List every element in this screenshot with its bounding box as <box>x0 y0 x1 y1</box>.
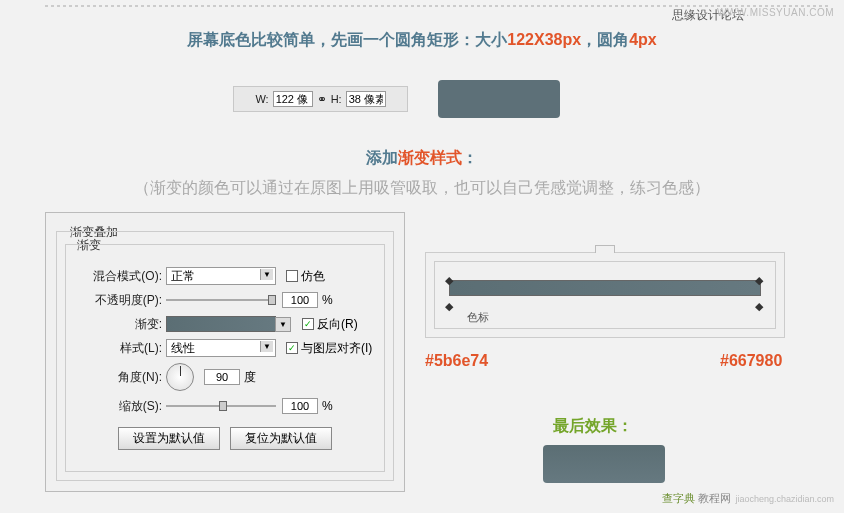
reverse-label: 反向(R) <box>317 316 358 333</box>
gradient-editor-panel: 色标 <box>425 252 785 338</box>
width-input[interactable] <box>273 91 313 107</box>
instr1-part2: ，圆角 <box>581 31 629 48</box>
scale-input[interactable] <box>282 398 318 414</box>
h-label: H: <box>331 93 342 105</box>
opacity-stop-left[interactable] <box>445 270 455 280</box>
opacity-input[interactable] <box>282 292 318 308</box>
final-rect <box>543 445 665 483</box>
w-label: W: <box>255 93 268 105</box>
button-row: 设置为默认值 复位为默认值 <box>76 419 374 450</box>
se-label: 色标 <box>467 310 489 325</box>
gradient-label: 渐变: <box>76 316 166 333</box>
gradient-preview-bar[interactable] <box>449 280 761 296</box>
chazidian-url: jiaocheng.chazidian.com <box>735 494 834 504</box>
align-checkbox[interactable]: ✓ <box>286 342 298 354</box>
blend-label: 混合模式(O): <box>76 268 166 285</box>
opacity-row: 不透明度(P): % <box>76 289 374 311</box>
dither-label: 仿色 <box>301 268 325 285</box>
final-effect-label: 最后效果： <box>553 416 633 437</box>
scale-slider[interactable] <box>166 400 276 412</box>
blend-select[interactable]: 正常 <box>166 267 276 285</box>
angle-input[interactable] <box>204 369 240 385</box>
style-label: 样式(L): <box>76 340 166 357</box>
gradient-bar-wrap <box>449 280 761 296</box>
hex-color-right: #667980 <box>720 352 782 370</box>
instr1-part1: 屏幕底色比较简单，先画一个圆角矩形：大小 <box>187 31 507 48</box>
scale-unit: % <box>322 399 333 413</box>
gradient-picker[interactable] <box>166 316 276 332</box>
height-input[interactable] <box>346 91 386 107</box>
instr2-highlight: 渐变样式 <box>398 149 462 166</box>
opacity-label: 不透明度(P): <box>76 292 166 309</box>
outer-fieldset: 渐变 混合模式(O): 正常 仿色 不透明度(P): % <box>56 231 394 481</box>
instruction-line-1: 屏幕底色比较简单，先画一个圆角矩形：大小122X38px，圆角4px <box>0 30 844 51</box>
set-default-button[interactable]: 设置为默认值 <box>118 427 220 450</box>
style-select[interactable]: 线性 <box>166 339 276 357</box>
scale-label: 缩放(S): <box>76 398 166 415</box>
instr1-size: 122X38px <box>507 31 581 48</box>
sample-rect <box>438 80 560 118</box>
link-icon[interactable]: ⚭ <box>317 92 327 106</box>
angle-unit: 度 <box>244 369 256 386</box>
missyuan-url: WWW.MISSYUAN.COM <box>717 7 834 18</box>
chazidian-footer: 查字典 教程网 jiaocheng.chazidian.com <box>662 491 834 506</box>
angle-row: 角度(N): 度 <box>76 361 374 393</box>
instr2-part1: 添加 <box>366 149 398 166</box>
inner-fieldset: 混合模式(O): 正常 仿色 不透明度(P): % 渐变: <box>65 244 385 472</box>
style-row: 样式(L): 线性 ✓ 与图层对齐(I) <box>76 337 374 359</box>
dither-checkbox[interactable] <box>286 270 298 282</box>
opacity-slider[interactable] <box>166 294 276 306</box>
opacity-stop-right[interactable] <box>755 270 765 280</box>
instr1-radius: 4px <box>629 31 657 48</box>
blend-row: 混合模式(O): 正常 仿色 <box>76 265 374 287</box>
angle-label: 角度(N): <box>76 369 166 386</box>
hex-color-left: #5b6e74 <box>425 352 488 370</box>
instr2-part2: ： <box>462 149 478 166</box>
width-height-panel: W: ⚭ H: <box>233 86 408 112</box>
align-label: 与图层对齐(I) <box>301 340 372 357</box>
color-stop-right[interactable] <box>755 296 765 306</box>
color-stop-left[interactable] <box>445 296 455 306</box>
scale-row: 缩放(S): % <box>76 395 374 417</box>
instruction-line-2: 添加渐变样式： <box>0 148 844 169</box>
gradient-tab <box>595 245 615 253</box>
layer-style-panel: 渐变叠加 渐变 混合模式(O): 正常 仿色 不透明度(P): % <box>45 212 405 492</box>
instruction-line-3: （渐变的颜色可以通过在原图上用吸管吸取，也可以自己凭感觉调整，练习色感） <box>0 178 844 199</box>
reset-default-button[interactable]: 复位为默认值 <box>230 427 332 450</box>
reverse-checkbox[interactable]: ✓ <box>302 318 314 330</box>
opacity-unit: % <box>322 293 333 307</box>
angle-dial[interactable] <box>166 363 194 391</box>
gradient-row: 渐变: ✓ 反向(R) <box>76 313 374 335</box>
